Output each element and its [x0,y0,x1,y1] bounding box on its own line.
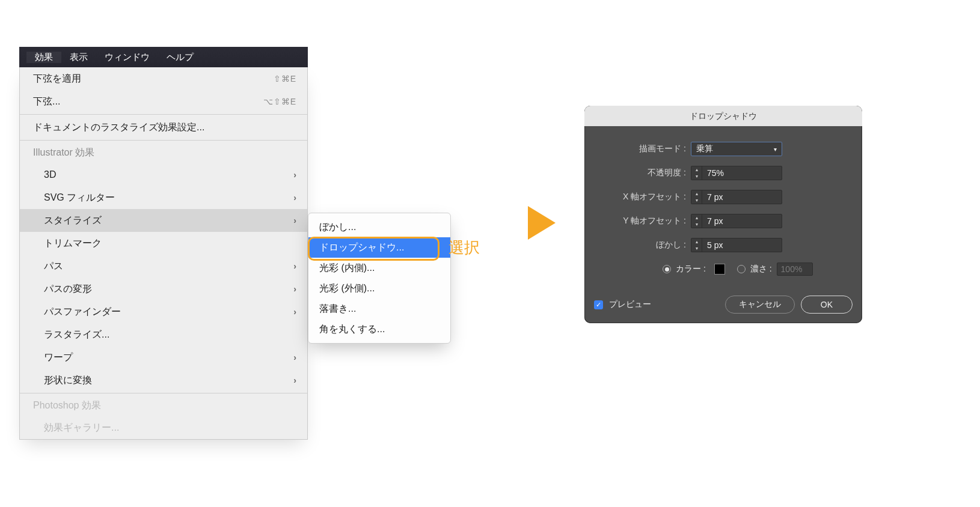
menu-item-label: スタイライズ [44,214,102,227]
preview-checkbox[interactable]: ✓ [594,300,603,309]
separator [20,140,307,141]
menu-pathfinder[interactable]: パスファインダー › [20,300,307,323]
menu-item-label: ワープ [44,351,73,364]
menu-item-label: 下弦... [33,96,60,108]
menu-item-label: パス [44,260,63,273]
section-header-illustrator: Illustrator 効果 [20,142,307,163]
blur-input[interactable]: ▴▾ 5 px [691,238,782,252]
blur-label: ぼかし : [598,240,691,250]
dialog-title: ドロップシャドウ [584,106,862,126]
menu-rasterize[interactable]: ラスタライズ... [20,323,307,346]
menu-effect[interactable]: 効果 [26,52,61,63]
menu-view[interactable]: 表示 [61,52,96,63]
stepper-icon[interactable]: ▴▾ [691,190,702,204]
stylize-submenu: ぼかし... ドロップシャドウ... 光彩 (内側)... 光彩 (外側)...… [308,213,451,344]
submenu-round-corners[interactable]: 角を丸くする... [308,319,450,339]
menu-item-label: 下弦を適用 [33,73,81,85]
xoffset-label: X 軸オフセット : [598,192,691,202]
submenu-outer-glow[interactable]: 光彩 (外側)... [308,278,450,299]
menu-item-label: 効果ギャラリー... [44,422,119,434]
submenu-drop-shadow[interactable]: ドロップシャドウ... [308,237,450,258]
menu-last[interactable]: 下弦... ⌥⇧⌘E [20,90,307,113]
chevron-right-icon: › [293,353,296,362]
drop-shadow-dialog: ドロップシャドウ 描画モード : 乗算 ▾ 不透明度 : ▴▾ 75% X 軸オ… [584,106,862,323]
color-label: カラー : [676,264,706,275]
effect-menu: 下弦を適用 ⇧⌘E 下弦... ⌥⇧⌘E ドキュメントのラスタライズ効果設定..… [19,67,308,440]
opacity-value: 75% [702,168,724,178]
menu-svg-filter[interactable]: SVG フィルター › [20,186,307,209]
opacity-label: 不透明度 : [598,168,691,178]
annotation-label: 選択 [449,237,480,258]
menu-item-label: ドキュメントのラスタライズ効果設定... [33,121,204,134]
stepper-icon[interactable]: ▴▾ [691,214,702,228]
submenu-blur[interactable]: ぼかし... [308,217,450,237]
menu-stylize[interactable]: スタイライズ › [20,209,307,232]
section-header-photoshop: Photoshop 効果 [20,395,307,416]
menu-trim-marks[interactable]: トリムマーク [20,232,307,255]
menu-item-label: 形状に変換 [44,374,92,387]
chevron-right-icon: › [293,375,296,385]
xoffset-input[interactable]: ▴▾ 7 px [691,190,782,204]
yoffset-label: Y 軸オフセット : [598,216,691,226]
chevron-right-icon: › [293,261,296,271]
menu-effect-gallery[interactable]: 効果ギャラリー... [20,416,307,439]
chevron-right-icon: › [293,193,296,202]
chevron-right-icon: › [293,307,296,317]
menu-path[interactable]: パス › [20,255,307,278]
menu-help[interactable]: ヘルプ [158,52,202,63]
separator [20,114,307,115]
stepper-icon[interactable]: ▴▾ [691,166,702,180]
menu-distort[interactable]: パスの変形 › [20,278,307,300]
chevron-right-icon: › [293,216,296,225]
cancel-button[interactable]: キャンセル [725,296,795,314]
mode-select[interactable]: 乗算 ▾ [691,142,782,156]
darkness-radio[interactable] [737,265,746,273]
chevron-right-icon: › [293,170,296,180]
shortcut-label: ⇧⌘E [274,74,296,83]
yoffset-value: 7 px [702,216,723,226]
darkness-value: 100% [777,263,813,276]
color-radio[interactable] [663,265,671,273]
menu-item-label: トリムマーク [44,237,102,250]
app-menubar: 効果 表示 ウィンドウ ヘルプ [19,47,308,67]
menu-convert-shape[interactable]: 形状に変換 › [20,369,307,392]
stepper-icon[interactable]: ▴▾ [691,238,702,252]
darkness-label: 濃さ : [750,264,772,275]
xoffset-value: 7 px [702,192,723,202]
submenu-inner-glow[interactable]: 光彩 (内側)... [308,258,450,278]
yoffset-input[interactable]: ▴▾ 7 px [691,214,782,228]
submenu-scribble[interactable]: 落書き... [308,299,450,319]
mode-label: 描画モード : [598,144,691,154]
menu-item-label: 3D [44,169,56,180]
color-swatch[interactable] [714,264,725,275]
menu-apply-last[interactable]: 下弦を適用 ⇧⌘E [20,67,307,90]
menu-item-label: パスファインダー [44,306,121,318]
menu-item-label: ラスタライズ... [44,329,109,341]
mode-value: 乗算 [696,144,713,154]
chevron-down-icon: ▾ [774,146,777,153]
menu-item-label: パスの変形 [44,283,92,296]
menu-item-label: SVG フィルター [44,192,115,204]
menu-3d[interactable]: 3D › [20,163,307,186]
separator [20,393,307,393]
opacity-input[interactable]: ▴▾ 75% [691,166,782,180]
annotation-arrow-icon [528,206,556,240]
menu-warp[interactable]: ワープ › [20,346,307,369]
ok-button[interactable]: OK [801,296,853,314]
menu-raster-settings[interactable]: ドキュメントのラスタライズ効果設定... [20,116,307,139]
preview-label: プレビュー [609,299,651,310]
menu-window[interactable]: ウィンドウ [96,52,158,63]
chevron-right-icon: › [293,284,296,294]
blur-value: 5 px [702,240,723,250]
shortcut-label: ⌥⇧⌘E [263,97,296,106]
